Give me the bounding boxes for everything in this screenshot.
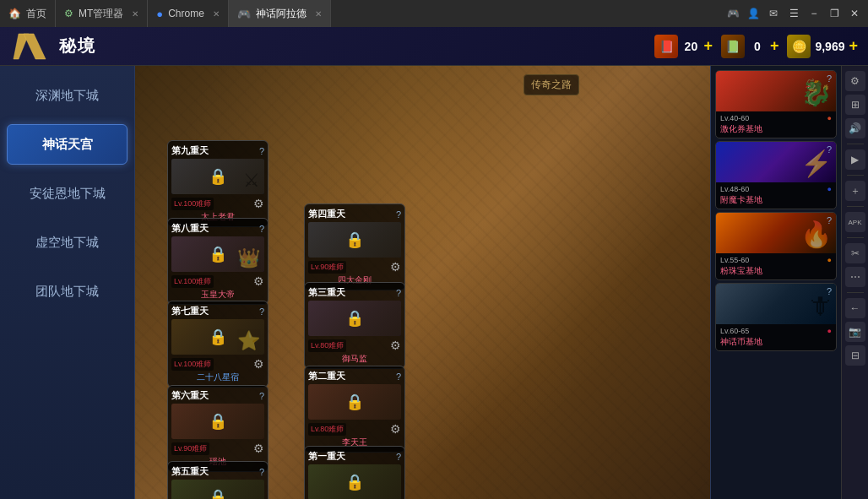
rt-scissors[interactable]: ✂ xyxy=(845,243,865,263)
dungeon-7th[interactable]: 第七重天 ? 🔒 ⭐ Lv.100难师 ⚙ 二十八星宿 xyxy=(167,301,269,388)
menu-icon[interactable]: ☰ xyxy=(785,5,802,22)
title-bar: 🏠 首页 ⚙ MT管理器 ✕ ● Chrome ✕ 🎮 神话阿拉德 ✕ 🎮 👤 … xyxy=(0,0,868,27)
rt-back[interactable]: ← xyxy=(845,298,865,318)
card-4th-gear[interactable]: ⚙ xyxy=(390,260,401,274)
card-3rd-help[interactable]: ? xyxy=(396,288,401,298)
card-6th-footer: Lv.90难师 ⚙ xyxy=(171,442,264,455)
currency3-add[interactable]: + xyxy=(849,37,858,55)
card-9th-gear[interactable]: ⚙ xyxy=(253,197,264,210)
rt-more[interactable]: ⋯ xyxy=(845,267,865,287)
tab-mt[interactable]: ⚙ MT管理器 ✕ xyxy=(56,0,148,27)
rt-settings[interactable]: ⚙ xyxy=(845,71,865,91)
rp-taiyin-help[interactable]: ? xyxy=(827,215,832,225)
card-5th-help[interactable]: ? xyxy=(259,467,264,477)
card-6th-header: 第六重天 ? xyxy=(171,389,264,402)
rt-plus[interactable]: ＋ xyxy=(845,181,865,201)
myth-icon: 🎮 xyxy=(237,8,251,20)
card-2nd-image: 🔒 xyxy=(308,384,401,420)
rt-sep-1 xyxy=(847,144,864,144)
card-1st-help[interactable]: ? xyxy=(396,452,401,462)
rp-card-tianwang[interactable]: ⚡ ? Lv.48-60 ● 附魔卡基地 xyxy=(715,141,837,209)
card-3rd-gear[interactable]: ⚙ xyxy=(390,339,401,352)
game-content: 传奇之路 第九重天 ? 🔒 ⚔ Lv.100难师 ⚙ 太上老君 第八重天 xyxy=(135,66,710,499)
rp-tianwang-subtext: 附魔卡基地 xyxy=(720,194,832,206)
tab-chrome[interactable]: ● Chrome ✕ xyxy=(148,0,229,27)
card-7th-gear[interactable]: ⚙ xyxy=(253,357,264,371)
dungeon-4th[interactable]: 第四重天 ? 🔒 Lv.90难师 ⚙ 四大金刚 xyxy=(304,203,405,290)
sidebar-item-team[interactable]: 团队地下城 xyxy=(7,271,127,312)
card-2nd-header: 第二重天 ? xyxy=(308,370,401,382)
sidebar-item-abyss[interactable]: 深渊地下城 xyxy=(7,75,127,116)
rp-card-tianwang-body: Lv.48-60 ● 附魔卡基地 xyxy=(716,182,836,209)
sidebar-void-label: 虚空地下城 xyxy=(35,235,99,251)
dungeon-6th[interactable]: 第六重天 ? 🔒 Lv.90难师 ⚙ 瑶池 xyxy=(167,385,269,472)
rt-sep-4 xyxy=(847,237,864,238)
tab-chrome-label: Chrome xyxy=(168,8,204,19)
dungeon-1st[interactable]: 第一重天 ? 🔒 Lv.80难师 ⚙ 雷郎众神 xyxy=(304,446,405,499)
rp-card-lingguan[interactable]: 🗡 ? Lv.60-65 ● 神话币基地 xyxy=(715,283,837,351)
sidebar-item-myth[interactable]: 神话天宫 xyxy=(7,124,127,165)
dungeon-5th[interactable]: 第五重天 ? 🔒 Lv.90难师 ⚙ 织女 xyxy=(167,461,269,499)
restore-btn[interactable]: ❐ xyxy=(826,5,843,22)
card-8th-help[interactable]: ? xyxy=(259,224,264,234)
sidebar-item-void[interactable]: 虚空地下城 xyxy=(7,222,127,263)
card-2nd-gear[interactable]: ⚙ xyxy=(390,422,401,436)
close-btn[interactable]: ✕ xyxy=(846,5,863,22)
rp-lingxiao-subtext: 激化券基地 xyxy=(720,123,832,135)
rt-play[interactable]: ▶ xyxy=(845,149,865,170)
user-icon[interactable]: 👤 xyxy=(745,5,762,22)
rt-grid[interactable]: ⊞ xyxy=(845,95,865,115)
card-9th-help[interactable]: ? xyxy=(259,146,264,156)
lock-icon-2nd: 🔒 xyxy=(345,393,364,411)
currency-group-2: 📗 0 + xyxy=(721,35,779,58)
card-4th-name: 第四重天 xyxy=(308,208,345,220)
tab-myth-label: 神话阿拉德 xyxy=(256,7,307,21)
currency3-icon: 🪙 xyxy=(787,35,811,58)
currency1-value: 20 xyxy=(682,40,699,53)
card-6th-level: Lv.90难师 xyxy=(171,442,209,455)
sidebar-myth-label: 神话天宫 xyxy=(42,137,93,153)
rp-lingxiao-help[interactable]: ? xyxy=(827,73,832,84)
rp-lingguan-help[interactable]: ? xyxy=(827,286,832,296)
dungeon-3rd[interactable]: 第三重天 ? 🔒 Lv.80难师 ⚙ 御马监 xyxy=(304,282,405,369)
rp-card-lingxiao-img: 🐉 ? xyxy=(716,71,836,111)
card-4th-help[interactable]: ? xyxy=(396,209,401,220)
rt-apk[interactable]: APK xyxy=(845,212,865,232)
currency-group-3: 🪙 9,969 + xyxy=(787,35,858,58)
rt-camera[interactable]: 📷 xyxy=(845,322,865,342)
rp-card-taiyin[interactable]: 🔥 ? Lv.55-60 ● 粉珠宝基地 xyxy=(715,212,837,280)
legend-path-indicator[interactable]: 传奇之路 xyxy=(524,74,579,95)
rp-tianwang-help[interactable]: ? xyxy=(827,144,832,155)
card-3rd-image: 🔒 xyxy=(308,301,401,336)
tab-myth[interactable]: 🎮 神话阿拉德 ✕ xyxy=(229,0,331,27)
lock-icon-9th: 🔒 xyxy=(209,167,227,186)
rp-card-lingxiao[interactable]: 🐉 ? Lv.40-60 ● 激化券基地 xyxy=(715,70,837,138)
rt-volume[interactable]: 🔊 xyxy=(845,118,865,138)
rp-card-lingguan-img: 🗡 ? xyxy=(716,284,836,324)
lock-icon-1st: 🔒 xyxy=(345,473,364,491)
currency2-add[interactable]: + xyxy=(770,37,779,55)
lock-icon-7th: 🔒 xyxy=(209,328,227,346)
lock-icon-8th: 🔒 xyxy=(209,245,227,263)
dungeon-9th[interactable]: 第九重天 ? 🔒 ⚔ Lv.100难师 ⚙ 太上老君 xyxy=(167,140,269,227)
card-2nd-help[interactable]: ? xyxy=(396,372,401,382)
dungeon-2nd[interactable]: 第二重天 ? 🔒 Lv.80难师 ⚙ 李天王 xyxy=(304,366,405,453)
card-7th-help[interactable]: ? xyxy=(259,306,264,317)
rt-sep-3 xyxy=(847,206,864,207)
sidebar-item-anduin[interactable]: 安徒恩地下城 xyxy=(7,173,127,214)
card-6th-gear[interactable]: ⚙ xyxy=(253,442,264,455)
card-6th-help[interactable]: ? xyxy=(259,391,264,401)
dungeon-8th[interactable]: 第八重天 ? 🔒 👑 Lv.100难师 ⚙ 玉皇大帝 xyxy=(167,218,269,305)
card-9th-image: 🔒 ⚔ xyxy=(171,159,264,194)
tab-myth-close[interactable]: ✕ xyxy=(315,9,322,19)
rp-lingxiao-level: Lv.40-60 xyxy=(720,114,749,122)
rt-minimize[interactable]: ⊟ xyxy=(845,345,865,366)
tab-home[interactable]: 🏠 首页 xyxy=(0,0,56,27)
minus-btn[interactable]: − xyxy=(806,5,822,22)
mail-icon[interactable]: ✉ xyxy=(765,5,782,22)
tab-mt-close[interactable]: ✕ xyxy=(132,9,138,19)
tab-chrome-close[interactable]: ✕ xyxy=(213,9,220,19)
card-8th-gear[interactable]: ⚙ xyxy=(253,274,264,288)
controller-icon[interactable]: 🎮 xyxy=(724,5,741,22)
currency1-add[interactable]: + xyxy=(703,37,713,55)
